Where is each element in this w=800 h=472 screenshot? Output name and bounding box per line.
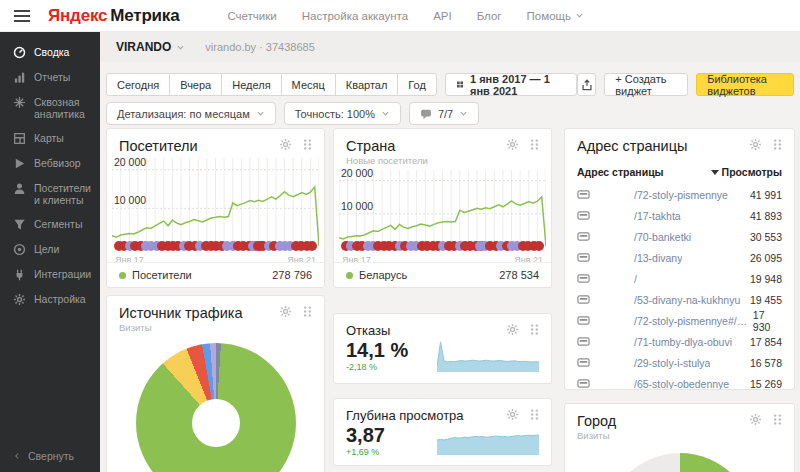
widget-drag-handle[interactable] — [771, 413, 784, 426]
sidebar-item-maps[interactable]: Карты — [0, 126, 100, 151]
period-button-вчера[interactable]: Вчера — [169, 73, 222, 96]
top-nav-help[interactable]: Помощь — [527, 10, 584, 22]
app-logo[interactable]: ЯндексМетрика — [48, 6, 179, 26]
page-url-link[interactable]: /70-banketki — [634, 231, 691, 243]
page-views-value: 19 948 — [750, 273, 782, 285]
annotation-marker-group — [114, 241, 265, 251]
sidebar-item-label: Вебвизор — [34, 157, 81, 169]
annotation-marker-red[interactable] — [307, 241, 317, 251]
widget-drag-handle[interactable] — [771, 138, 784, 151]
detail-dropdown[interactable]: Детализация: по месяцам — [106, 102, 276, 125]
legend-dot — [346, 272, 353, 279]
page-url-link[interactable]: /72-stoly-pismennye#/pag… — [634, 315, 753, 327]
sidebar-item-label: Сквозная аналитика — [34, 96, 94, 120]
table-row: /65-stoly-obedennye15 269 — [565, 373, 794, 390]
target-icon — [13, 243, 26, 256]
gear-icon — [13, 293, 26, 306]
sidebar-item-goals[interactable]: Цели — [0, 237, 100, 262]
widget-title: Посетители — [119, 138, 198, 154]
top-nav-link[interactable]: Блог — [477, 10, 502, 22]
page-url-link[interactable]: /13-divany — [634, 252, 682, 264]
svg-text:20 000: 20 000 — [114, 156, 146, 168]
sidebar-item-webvisor[interactable]: Вебвизор — [0, 151, 100, 176]
calendar-icon — [456, 79, 464, 90]
sidebar-item-summary[interactable]: Сводка — [0, 40, 100, 65]
page-views-value: 17 854 — [750, 336, 782, 348]
counter-bar: VIRANDO virando.by · 37438685 — [100, 32, 800, 62]
sidebar-item-reports[interactable]: Отчеты — [0, 65, 100, 90]
widget-settings-icon[interactable] — [506, 323, 519, 336]
sidebar-item-cross-analytics[interactable]: Сквозная аналитика — [0, 90, 100, 126]
page-url-link[interactable]: /29-stoly-i-stulya — [634, 357, 710, 369]
table-row: /72-stoly-pismennye41 991 — [565, 184, 794, 205]
browser-icon — [577, 335, 590, 348]
traffic-source-donut-chart[interactable] — [136, 343, 296, 472]
widget-drag-handle[interactable] — [301, 305, 314, 318]
counter-site-info: virando.by · 37438685 — [205, 41, 314, 53]
menu-icon[interactable] — [14, 7, 30, 25]
counter-selector[interactable]: VIRANDO — [116, 40, 185, 54]
widget-library-button[interactable]: Библиотека виджетов — [696, 73, 794, 96]
page-views-value: 30 553 — [750, 231, 782, 243]
period-button-неделя[interactable]: Неделя — [221, 73, 281, 96]
widget-settings-icon[interactable] — [279, 138, 292, 151]
page-url-link[interactable]: /72-stoly-pismennye — [634, 189, 728, 201]
widget-bounce-rate: Отказы 14,1 % -2,18 % — [333, 313, 552, 384]
widget-drag-handle[interactable] — [528, 138, 541, 151]
table-row: /71-tumby-dlya-obuvi17 854 — [565, 331, 794, 352]
country-chart[interactable]: 10 00020 000 Янв 17 Янв 21 — [339, 168, 546, 265]
depth-sparkline — [437, 425, 539, 455]
page-url-link[interactable]: /71-tumby-dlya-obuvi — [634, 336, 732, 348]
table-header: Адрес страницы Просмотры — [565, 154, 794, 184]
top-nav-link[interactable]: API — [433, 10, 452, 22]
widget-settings-icon[interactable] — [749, 138, 762, 151]
annotation-markers[interactable] — [112, 241, 319, 252]
create-widget-button[interactable]: + Создать виджет — [604, 73, 688, 96]
sidebar-item-label: Цели — [34, 243, 59, 255]
period-button-год[interactable]: Год — [397, 73, 437, 96]
page-url-link[interactable]: /17-takhta — [634, 210, 681, 222]
annotation-marker-group — [475, 241, 544, 251]
browser-icon — [577, 251, 590, 264]
widget-drag-handle[interactable] — [528, 408, 541, 421]
annotation-marker-group — [341, 241, 486, 251]
date-range-button[interactable]: 1 янв 2017 — 1 янв 2021 — [445, 73, 577, 96]
browser-icon — [577, 230, 590, 243]
sort-column-views[interactable]: Просмотры — [711, 166, 782, 178]
widget-settings-icon[interactable] — [749, 413, 762, 426]
period-button-месяц[interactable]: Месяц — [281, 73, 336, 96]
sidebar-item-visitors-clients[interactable]: Посетители и клиенты — [0, 176, 100, 212]
gauge-icon — [13, 46, 26, 59]
page-url-link[interactable]: /65-stoly-obedennye — [634, 378, 729, 390]
sidebar-item-settings[interactable]: Настройка — [0, 287, 100, 312]
app-root: ЯндексМетрика СчетчикиНастройка аккаунта… — [0, 0, 800, 472]
sidebar-item-integrations[interactable]: Интеграции — [0, 262, 100, 287]
page-views-value: 26 095 — [750, 252, 782, 264]
widget-settings-icon[interactable] — [506, 408, 519, 421]
annotation-marker-red[interactable] — [534, 241, 544, 251]
sidebar-item-label: Отчеты — [34, 71, 70, 83]
period-button-сегодня[interactable]: Сегодня — [106, 73, 170, 96]
visitors-chart[interactable]: 10 00020 000 Янв 17 Янв 21 — [112, 156, 319, 265]
widget-drag-handle[interactable] — [301, 138, 314, 151]
city-donut-chart[interactable] — [605, 453, 755, 472]
play-icon — [13, 157, 26, 170]
top-nav-link[interactable]: Настройка аккаунта — [302, 10, 408, 22]
annotation-markers[interactable] — [339, 241, 546, 252]
widget-drag-handle[interactable] — [528, 323, 541, 336]
funnel-icon — [13, 218, 26, 231]
comments-dropdown[interactable]: 7/7 — [409, 102, 479, 125]
sidebar-collapse-button[interactable]: Свернуть — [13, 450, 74, 462]
widget-settings-icon[interactable] — [279, 305, 292, 318]
page-url-link[interactable]: / — [634, 273, 637, 285]
page-url-link[interactable]: /53-divany-na-kukhnyu — [634, 294, 740, 306]
export-button[interactable] — [577, 73, 596, 96]
widget-title: Отказы — [346, 323, 390, 338]
period-button-квартал[interactable]: Квартал — [335, 73, 399, 96]
accuracy-dropdown[interactable]: Точность: 100% — [284, 102, 401, 125]
legend-total: 278 534 — [499, 269, 539, 281]
widget-settings-icon[interactable] — [506, 138, 519, 151]
sidebar-item-segments[interactable]: Сегменты — [0, 212, 100, 237]
top-nav-link[interactable]: Счетчики — [227, 10, 276, 22]
sidebar: СводкаОтчетыСквозная аналитикаКартыВебви… — [0, 32, 100, 472]
